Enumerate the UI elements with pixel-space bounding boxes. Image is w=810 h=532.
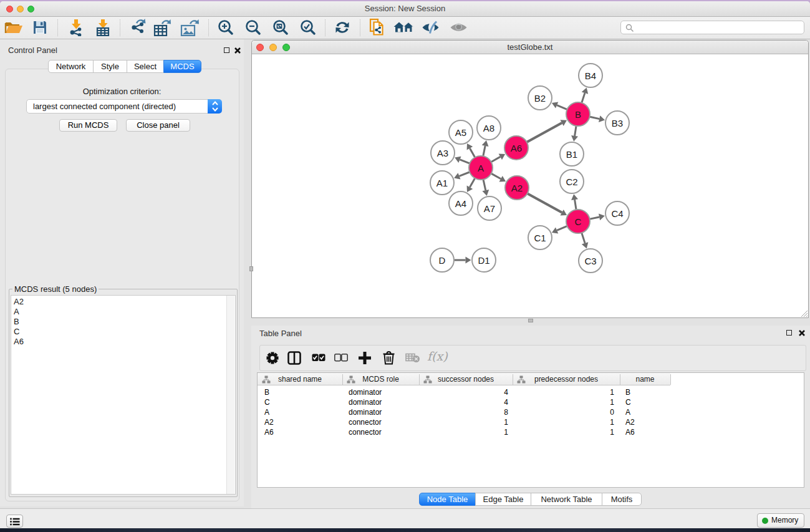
table [257,372,804,488]
svg-text:A: A [478,163,484,173]
svg-text:C2: C2 [566,177,577,187]
svg-text:A7: A7 [484,203,495,214]
control-panel: Control Panel Optimization criterion: la… [0,39,244,506]
app-window: Session: New Session Control Panel Optim… [0,1,810,528]
svg-text:C4: C4 [611,208,623,219]
svg-text:B4: B4 [585,70,596,81]
net-titlebar: testGlobe.txt [252,41,808,54]
table-header [258,373,670,385]
combo[interactable]: largest connected component (directed) [26,99,221,114]
statusbar: Memory [0,508,810,528]
btn-close[interactable]: Close panel [126,119,190,132]
sb-list-btn[interactable] [6,515,23,528]
svg-text:C: C [575,216,582,227]
tp-toolbar [259,345,806,371]
svg-text:B2: B2 [534,93,546,104]
network-graph: A A1 A3 A5 A8 A4 A7 A6 A2 B B1 B2 B3 B4 … [252,54,808,316]
mcds-list: A2ABCA6 [11,295,236,495]
table-panel: Table Panel f(x) [251,326,810,508]
titlebar: Session: New Session [0,1,810,17]
svg-text:C1: C1 [534,233,546,243]
svg-text:A3: A3 [437,148,448,158]
cytoscape-app: Session: New Session Control Panel Optim… [0,0,810,532]
svg-text:D1: D1 [478,255,489,266]
svg-text:A5: A5 [455,127,466,138]
btn-run[interactable]: Run MCDS [59,119,117,132]
svg-text:A1: A1 [436,178,448,188]
svg-text:B: B [575,109,581,120]
svg-text:A2: A2 [511,183,523,193]
svg-text:C3: C3 [584,256,596,266]
svg-text:A4: A4 [455,198,466,209]
svg-text:B3: B3 [612,118,623,128]
toolbar [0,17,810,39]
search[interactable] [620,21,804,34]
svg-text:B1: B1 [566,149,577,160]
net-window: testGlobe.txt A A1 A3 A5 A8 A4 A7 A6 A2 … [251,40,809,318]
svg-text:D: D [439,255,446,266]
svg-text:A8: A8 [483,123,494,133]
sb-memory[interactable]: Memory [757,513,804,528]
svg-text:A6: A6 [511,143,522,153]
